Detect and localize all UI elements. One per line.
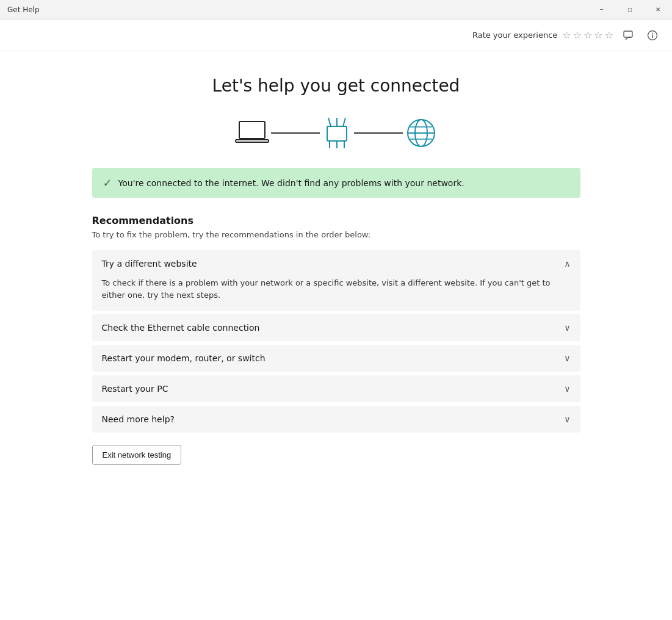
- network-diagram: [234, 115, 438, 151]
- accordion-header-1[interactable]: Check the Ethernet cable connection ∨: [92, 314, 580, 341]
- laptop-icon: [234, 118, 270, 148]
- line-2: [354, 132, 403, 134]
- feedback-icon: [623, 30, 634, 41]
- star-5[interactable]: ☆: [605, 29, 613, 41]
- close-button[interactable]: ✕: [644, 0, 672, 20]
- accordion-header-4[interactable]: Need more help? ∨: [92, 406, 580, 433]
- exit-network-testing-button[interactable]: Exit network testing: [92, 445, 182, 465]
- main-content: Let's help you get connected: [0, 51, 672, 620]
- rate-label: Rate your experience: [472, 31, 557, 40]
- accordion-label-1: Check the Ethernet cable connection: [102, 323, 260, 333]
- star-rating[interactable]: ☆ ☆ ☆ ☆ ☆: [562, 29, 613, 41]
- minimize-button[interactable]: −: [588, 0, 616, 20]
- svg-line-8: [328, 118, 331, 126]
- feedback-button[interactable]: [618, 26, 638, 45]
- accordion-item-3: Restart your PC ∨: [92, 375, 580, 402]
- accordion-item-1: Check the Ethernet cable connection ∨: [92, 314, 580, 341]
- svg-rect-0: [624, 31, 632, 37]
- star-1[interactable]: ☆: [562, 29, 571, 41]
- recommendations-title: Recommendations: [92, 215, 580, 226]
- accordion-list: Try a different website ∧ To check if th…: [92, 250, 580, 433]
- titlebar: Get Help − □ ✕: [0, 0, 672, 20]
- accordion-label-4: Need more help?: [102, 414, 175, 424]
- app-title: Get Help: [7, 5, 40, 14]
- accordion-header-0[interactable]: Try a different website ∧: [92, 250, 580, 277]
- svg-point-3: [652, 32, 653, 34]
- recommendations-section: Recommendations To try to fix the proble…: [92, 215, 580, 465]
- accordion-header-3[interactable]: Restart your PC ∨: [92, 375, 580, 402]
- chevron-down-icon-2: ∨: [564, 353, 570, 363]
- chevron-down-icon-4: ∨: [564, 414, 570, 424]
- svg-rect-5: [236, 140, 269, 142]
- router-icon: [321, 115, 353, 151]
- accordion-item-4: Need more help? ∨: [92, 406, 580, 433]
- chevron-down-icon-3: ∨: [564, 384, 570, 394]
- svg-rect-4: [239, 121, 265, 139]
- svg-rect-6: [327, 126, 347, 141]
- page-title: Let's help you get connected: [212, 76, 460, 96]
- success-message: You're connected to the internet. We did…: [118, 178, 464, 188]
- accordion-label-0: Try a different website: [102, 259, 197, 269]
- toolbar: Rate your experience ☆ ☆ ☆ ☆ ☆: [0, 20, 672, 51]
- info-button[interactable]: [643, 26, 662, 45]
- maximize-button[interactable]: □: [616, 0, 644, 20]
- success-banner: ✓ You're connected to the internet. We d…: [92, 168, 580, 198]
- star-4[interactable]: ☆: [594, 29, 602, 41]
- accordion-header-2[interactable]: Restart your modem, router, or switch ∨: [92, 345, 580, 372]
- window-controls: − □ ✕: [588, 0, 672, 20]
- line-1: [271, 132, 320, 134]
- accordion-label-3: Restart your PC: [102, 384, 168, 394]
- info-icon: [647, 30, 658, 41]
- star-2[interactable]: ☆: [573, 29, 582, 41]
- globe-icon: [404, 116, 438, 150]
- accordion-body-0: To check if there is a problem with your…: [92, 277, 580, 311]
- star-3[interactable]: ☆: [583, 29, 592, 41]
- svg-line-9: [343, 118, 345, 126]
- accordion-item-0: Try a different website ∧ To check if th…: [92, 250, 580, 311]
- recommendations-subtitle: To try to fix the problem, try the recom…: [92, 230, 580, 239]
- accordion-item-2: Restart your modem, router, or switch ∨: [92, 345, 580, 372]
- chevron-up-icon-0: ∧: [564, 259, 570, 269]
- accordion-label-2: Restart your modem, router, or switch: [102, 353, 266, 363]
- check-icon: ✓: [103, 176, 112, 189]
- chevron-down-icon-1: ∨: [564, 323, 570, 333]
